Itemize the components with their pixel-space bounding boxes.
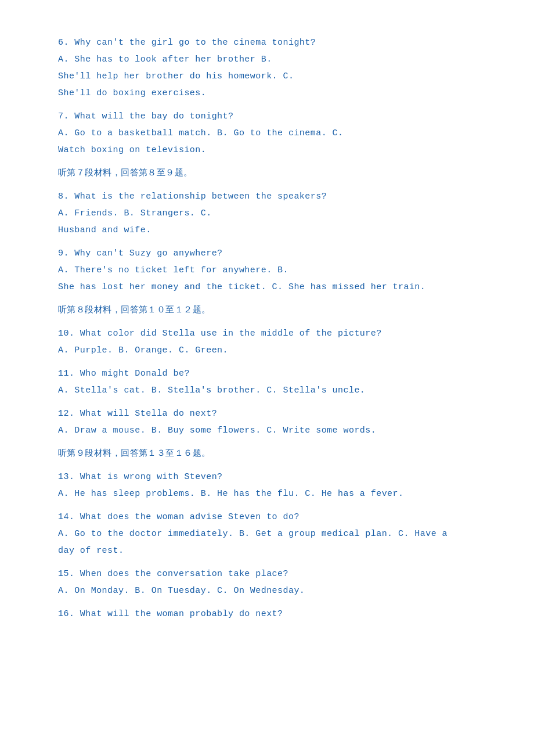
text-line-q14a: A. Go to the doctor immediately. B. Get … [58, 526, 488, 542]
text-line-q12: 12. What will Stella do next? [58, 406, 488, 422]
text-line-section810: 听第８段材料，回答第１０至１２题。 [58, 303, 488, 318]
text-line-q10a: A. Purple. B. Orange. C. Green. [58, 343, 488, 358]
text-line-q7b: Watch boxing on television. [58, 142, 488, 158]
text-line-q9b: She has lost her money and the ticket. C… [58, 279, 488, 295]
text-line-q6a: A. She has to look after her brother B. [58, 52, 488, 67]
text-line-q11a: A. Stella's cat. B. Stella's brother. C.… [58, 383, 488, 398]
text-line-blank9 [58, 440, 488, 445]
text-line-q13a: A. He has sleep problems. B. He has the … [58, 486, 488, 502]
text-line-blank12 [58, 560, 488, 565]
text-line-blank6 [58, 319, 488, 325]
text-line-blank7 [58, 359, 488, 365]
text-line-blank13 [58, 600, 488, 605]
text-line-q9a: A. There's no ticket left for anywhere. … [58, 262, 488, 278]
text-line-q6b: She'll help her brother do his homework.… [58, 69, 488, 84]
text-line-q6c: She'll do boxing exercises. [58, 85, 488, 101]
text-line-q8a: A. Friends. B. Strangers. C. [58, 206, 488, 221]
text-line-q7: 7. What will the bay do tonight? [58, 109, 488, 124]
text-line-q7a: A. Go to a basketball match. B. Go to th… [58, 125, 488, 141]
text-line-q13: 13. What is wrong with Steven? [58, 469, 488, 485]
text-line-q12a: A. Draw a mouse. B. Buy some flowers. C.… [58, 423, 488, 438]
text-line-q9: 9. Why can't Suzy go anywhere? [58, 246, 488, 261]
text-line-q6: 6. Why can't the girl go to the cinema t… [58, 35, 488, 51]
text-line-q8: 8. What is the relationship between the … [58, 189, 488, 204]
text-line-blank5 [58, 296, 488, 301]
text-line-blank1 [58, 102, 488, 107]
text-line-q15a: A. On Monday. B. On Tuesday. C. On Wedne… [58, 583, 488, 599]
text-line-blank3 [58, 182, 488, 188]
text-line-q10: 10. What color did Stella use in the mid… [58, 326, 488, 341]
main-content: 6. Why can't the girl go to the cinema t… [58, 35, 488, 622]
text-line-q15: 15. When does the conversation take plac… [58, 566, 488, 582]
text-line-q11: 11. Who might Donald be? [58, 366, 488, 381]
text-line-section78: 听第７段材料，回答第８至９题。 [58, 165, 488, 181]
text-line-blank4 [58, 239, 488, 244]
text-line-q16: 16. What will the woman probably do next… [58, 606, 488, 622]
text-line-section913: 听第９段材料，回答第１３至１６题。 [58, 446, 488, 462]
text-line-q8b: Husband and wife. [58, 222, 488, 238]
text-line-blank2 [58, 159, 488, 164]
text-line-blank8 [58, 399, 488, 405]
text-line-blank11 [58, 503, 488, 508]
text-line-q14: 14. What does the woman advise Steven to… [58, 509, 488, 525]
text-line-q14b: day of rest. [58, 543, 488, 559]
text-line-blank10 [58, 463, 488, 468]
